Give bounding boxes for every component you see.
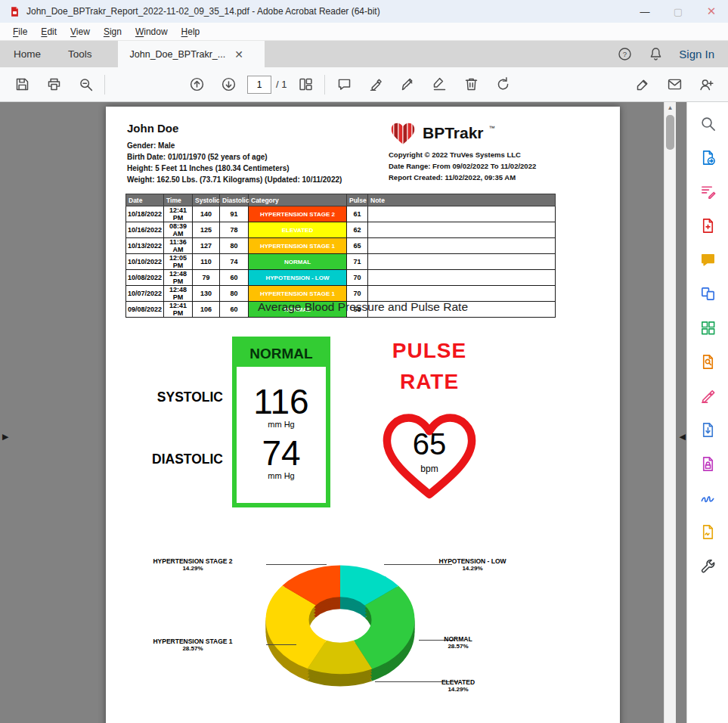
close-button[interactable]: ✕ [695, 0, 728, 23]
cell-systolic: 79 [193, 270, 220, 286]
trash-icon[interactable] [458, 72, 484, 98]
add-person-icon[interactable] [693, 72, 719, 98]
print-icon[interactable] [41, 72, 67, 98]
redact-icon[interactable] [695, 383, 720, 408]
right-panel-toggle[interactable]: ◀ [680, 433, 686, 441]
page-number-input[interactable] [247, 76, 271, 94]
maximize-button[interactable]: ▢ [661, 0, 695, 23]
left-panel-toggle[interactable]: ▶ [2, 433, 8, 441]
date-range-line: Date Range: From 09/02/2022 To 11/02/202… [389, 160, 536, 172]
pulse-title-line1: PULSE [369, 335, 490, 366]
menu-sign[interactable]: Sign [97, 26, 129, 37]
category-badge: HYPERTENSION STAGE 1 [249, 238, 347, 254]
organize-pages-icon[interactable] [695, 315, 720, 340]
stamp-icon[interactable] [426, 72, 452, 98]
toolbar-separator [104, 75, 105, 95]
tab-home[interactable]: Home [0, 41, 54, 67]
table-row: 10/18/202212:41 PM14091HYPERTENSION STAG… [126, 206, 556, 222]
tab-document[interactable]: John_Doe_BPTrakr_... ✕ [118, 41, 265, 67]
cell-note [368, 222, 556, 238]
donut-chart [263, 563, 417, 676]
callout-line [266, 564, 327, 565]
comment-icon[interactable] [331, 72, 357, 98]
pulse-unit: bpm [379, 464, 479, 474]
pulse-rate-title: PULSE RATE [369, 335, 490, 397]
window-controls: — ▢ ✕ [628, 0, 728, 23]
svg-text:?: ? [623, 50, 627, 58]
notifications-bell-icon[interactable] [648, 46, 664, 62]
sign-pen-icon[interactable] [395, 72, 420, 98]
pulse-heart: 65 bpm [379, 408, 479, 501]
pulse-title-line2: RATE [369, 366, 490, 397]
chart-label-hypotension-low: HYPOTENSION - LOW 14.29% [401, 557, 544, 572]
tab-bar-right: ? Sign In [617, 41, 728, 67]
rotate-icon[interactable] [490, 72, 516, 98]
document-area: John Doe Gender: Male Birth Date: 01/01/… [0, 102, 686, 723]
menu-file[interactable]: File [6, 26, 34, 37]
more-tools-icon[interactable] [695, 554, 720, 578]
request-signatures-icon[interactable] [695, 520, 720, 544]
copyright-line: Copyright © 2022 TruVes Systems LLC [389, 149, 536, 160]
column-header: Diastolic [220, 194, 249, 206]
table-row: 10/16/202208:39 AM12578ELEVATED62 [126, 222, 556, 238]
table-row: 10/10/202212:05 PM11074NORMAL71 [126, 254, 556, 270]
export-pdf-icon[interactable] [695, 145, 720, 169]
heart-logo-icon [389, 120, 417, 146]
cell-pulse: 61 [347, 206, 368, 222]
compress-pdf-icon[interactable] [695, 417, 720, 442]
tab-home-label: Home [14, 48, 41, 60]
combine-files-icon[interactable] [695, 281, 720, 306]
create-pdf-icon[interactable] [695, 213, 720, 237]
tab-bar: Home Tools John_Doe_BPTrakr_... ✕ ? Sign… [0, 41, 728, 67]
scan-ocr-icon[interactable] [695, 349, 720, 374]
average-bp-box: NORMAL 116 mm Hg 74 mm Hg [232, 337, 330, 507]
report-created-line: Report Created: 11/02/2022, 09:35 AM [389, 172, 536, 183]
category-badge: HYPERTENSION STAGE 2 [249, 206, 347, 222]
cell-diastolic: 91 [220, 206, 249, 222]
menu-view[interactable]: View [64, 26, 97, 37]
patient-info: John Doe Gender: Male Birth Date: 01/01/… [127, 122, 342, 185]
scroll-up-icon[interactable]: ▲ [664, 102, 676, 113]
column-header: Category [249, 194, 347, 206]
search-icon[interactable] [695, 111, 720, 135]
column-header: Pulse [347, 194, 368, 206]
menu-edit[interactable]: Edit [34, 26, 64, 37]
cell-note [368, 206, 556, 222]
save-icon[interactable] [9, 72, 35, 98]
highlight-icon[interactable] [363, 72, 389, 98]
menu-bar: FileEditViewSignWindowHelp [0, 23, 728, 41]
cell-pulse: 65 [347, 238, 368, 254]
minimize-button[interactable]: — [628, 0, 661, 23]
menu-help[interactable]: Help [175, 26, 207, 37]
vertical-scrollbar[interactable]: ▲ [664, 102, 676, 723]
patient-birth-date: Birth Date: 01/01/1970 (52 years of age) [127, 151, 342, 163]
page-down-icon[interactable] [215, 72, 241, 98]
menu-window[interactable]: Window [129, 26, 175, 37]
protect-pdf-icon[interactable] [695, 451, 720, 476]
column-header: Note [368, 194, 556, 206]
comment-icon[interactable] [695, 247, 720, 272]
bp-category-label: NORMAL [237, 341, 326, 367]
bptrakr-logo: BPTrakr™ [389, 117, 536, 149]
zoom-out-icon[interactable] [73, 72, 98, 98]
chart-label-normal: NORMAL 28.57% [386, 635, 530, 650]
scrollbar-thumb[interactable] [666, 115, 674, 150]
email-icon[interactable] [661, 72, 687, 98]
cell-diastolic: 78 [220, 222, 249, 238]
edit-pdf-icon[interactable] [695, 179, 720, 203]
bp-table-head-row: DateTimeSystolicDiastolicCategoryPulseNo… [126, 194, 556, 206]
tab-tools[interactable]: Tools [54, 41, 106, 67]
fill-sign-icon[interactable] [695, 486, 720, 510]
fill-sign-icon[interactable] [630, 72, 655, 98]
page-up-icon[interactable] [184, 72, 209, 98]
close-tab-icon[interactable]: ✕ [234, 49, 243, 60]
cell-note [368, 254, 556, 270]
cell-note [368, 286, 556, 302]
help-icon[interactable]: ? [617, 46, 633, 62]
cell-systolic: 130 [193, 286, 220, 302]
avg-diastolic-value: 74 [262, 435, 300, 471]
page-thumbnails-icon[interactable] [293, 72, 318, 98]
cell-date: 10/18/2022 [126, 206, 164, 222]
page-navigation: / 1 [247, 76, 287, 94]
sign-in-button[interactable]: Sign In [679, 48, 714, 61]
